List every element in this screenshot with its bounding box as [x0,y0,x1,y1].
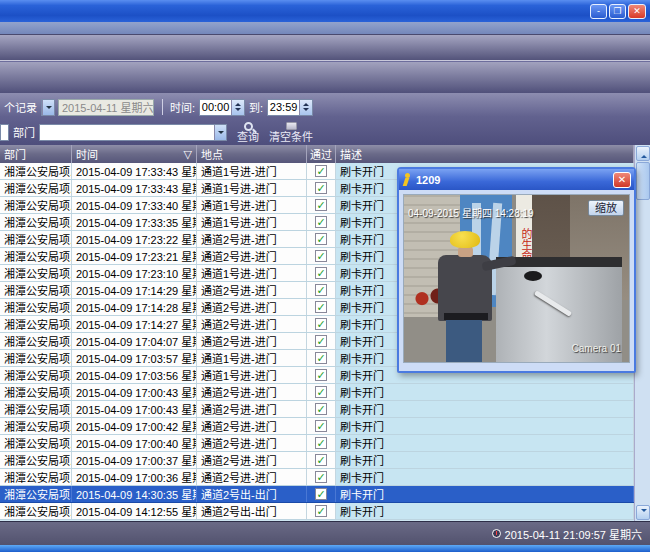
spinner-arrows-icon[interactable] [231,100,244,115]
table-row[interactable]: 湘潭公安局项... 2015-04-09 17:00:37 星期四 通道2号进-… [0,452,634,469]
cell-location: 通道1号进-进门 [197,214,307,230]
pass-checkbox[interactable]: ✓ [307,418,336,434]
pass-checkbox[interactable]: ✓ [307,163,336,179]
table-row[interactable]: 湘潭公安局项... 2015-04-09 17:00:36 星期四 通道2号进-… [0,469,634,486]
cell-location: 通道2号进-进门 [197,316,307,332]
check-icon: ✓ [316,353,325,363]
check-icon: ✓ [316,251,325,261]
cell-time: 2015-04-09 17:33:43 星期四 [72,180,197,196]
table-row[interactable]: 湘潭公安局项... 2015-04-09 17:00:40 星期四 通道2号进-… [0,435,634,452]
spinner-arrows-icon[interactable] [299,100,312,115]
pass-checkbox[interactable]: ✓ [307,265,336,281]
sort-filter-icon[interactable]: ▽ [184,148,192,161]
toolbar-band-2 [0,62,650,93]
minimize-button[interactable]: - [590,4,607,19]
cell-location: 通道1号进-进门 [197,180,307,196]
filter-bar: 个记录 2015-04-11 星期六 时间: 00:00 到: 23:59 部门… [0,93,650,145]
restore-button[interactable]: ❐ [609,4,626,19]
records-label: 个记录 [4,99,37,115]
status-bar: 2015-04-11 21:09:57 星期六 [0,521,650,545]
check-icon: ✓ [316,234,325,244]
cell-dept: 湘潭公安局项... [0,503,72,519]
header-location[interactable]: 地点 [197,145,307,163]
header-department[interactable]: 部门 [0,145,72,163]
pass-checkbox[interactable]: ✓ [307,367,336,383]
cell-location: 通道1号进-进门 [197,367,307,383]
pass-checkbox[interactable]: ✓ [307,197,336,213]
pass-checkbox[interactable]: ✓ [307,299,336,315]
pass-checkbox[interactable]: ✓ [307,469,336,485]
time-from-stepper[interactable]: 00:00 [199,99,245,116]
header-pass[interactable]: 通过 [307,145,336,163]
cell-time: 2015-04-09 17:23:21 星期四 [72,248,197,264]
chevron-down-icon[interactable] [42,100,54,115]
header-description[interactable]: 描述 [336,145,634,163]
pass-checkbox[interactable]: ✓ [307,350,336,366]
scroll-down-icon[interactable] [636,505,650,520]
popup-title-bar[interactable]: 1209 ✕ [399,169,634,190]
pass-checkbox[interactable]: ✓ [307,486,336,502]
cell-location: 通道2号进-进门 [197,384,307,400]
clipped-input[interactable] [0,124,9,141]
camera-popup-window[interactable]: 1209 ✕ 的生命 04-09-2015 星期四 14:28:19 缩放 Ca… [397,167,636,373]
clock-icon [492,529,501,538]
table-row[interactable]: 湘潭公安局项... 2015-04-09 17:00:42 星期四 通道2号进-… [0,418,634,435]
header-time[interactable]: 时间 ▽ [72,145,197,163]
check-icon: ✓ [316,302,325,312]
pass-checkbox[interactable]: ✓ [307,231,336,247]
pass-checkbox[interactable]: ✓ [307,401,336,417]
cell-location: 通道2号进-进门 [197,452,307,468]
time-to-stepper[interactable]: 23:59 [267,99,313,116]
pass-checkbox[interactable]: ✓ [307,384,336,400]
scrollbar-thumb[interactable] [636,162,650,200]
table-row[interactable]: 湘潭公安局项... 2015-04-09 14:30:35 星期四 通道2号出-… [0,486,634,503]
pass-checkbox[interactable]: ✓ [307,248,336,264]
popup-close-button[interactable]: ✕ [613,172,631,188]
eraser-icon [286,122,297,130]
cell-desc: 刷卡开门 [336,418,634,434]
cell-dept: 湘潭公安局项... [0,214,72,230]
cell-time: 2015-04-09 17:33:43 星期四 [72,163,197,179]
time-from-value: 00:00 [200,101,231,113]
cell-time: 2015-04-09 17:03:57 星期四 [72,350,197,366]
table-row[interactable]: 湘潭公安局项... 2015-04-09 17:00:43 星期四 通道2号进-… [0,384,634,401]
pass-checkbox[interactable]: ✓ [307,282,336,298]
cell-desc: 刷卡开门 [336,435,634,451]
cell-time: 2015-04-09 17:00:40 星期四 [72,435,197,451]
department-select[interactable] [39,124,227,141]
pass-checkbox[interactable]: ✓ [307,333,336,349]
chevron-down-icon[interactable] [214,125,226,140]
cell-time: 2015-04-09 17:14:27 星期四 [72,316,197,332]
check-icon: ✓ [316,387,325,397]
table-row[interactable]: 湘潭公安局项... 2015-04-09 17:00:43 星期四 通道2号进-… [0,401,634,418]
check-icon: ✓ [316,217,325,227]
cell-location: 通道2号进-进门 [197,282,307,298]
zoom-button[interactable]: 缩放 [588,200,624,216]
vertical-scrollbar[interactable] [634,145,650,521]
clear-conditions-button[interactable]: 清空条件 [269,122,313,143]
query-button[interactable]: 查询 [237,122,259,143]
pass-checkbox[interactable]: ✓ [307,435,336,451]
table-row[interactable]: 湘潭公安局项... 2015-04-09 14:12:55 星期四 通道2号出-… [0,503,634,520]
video-timestamp-overlay: 04-09-2015 星期四 14:28:19 [408,205,534,220]
records-combo[interactable] [41,99,55,116]
check-icon: ✓ [316,404,325,414]
pass-checkbox[interactable]: ✓ [307,316,336,332]
pass-checkbox[interactable]: ✓ [307,503,336,519]
popup-title: 1209 [416,174,440,186]
cell-dept: 湘潭公安局项... [0,299,72,315]
pass-checkbox[interactable]: ✓ [307,452,336,468]
date-select[interactable]: 2015-04-11 星期六 [58,99,154,116]
cell-time: 2015-04-09 17:14:28 星期四 [72,299,197,315]
scroll-up-icon[interactable] [636,146,650,161]
to-label: 到: [249,99,263,115]
cell-dept: 湘潭公安局项... [0,282,72,298]
pass-checkbox[interactable]: ✓ [307,214,336,230]
close-button[interactable]: ✕ [628,4,646,19]
cell-time: 2015-04-09 17:00:43 星期四 [72,401,197,417]
cell-time: 2015-04-09 17:00:42 星期四 [72,418,197,434]
cell-location: 通道2号进-进门 [197,248,307,264]
cell-location: 通道1号进-进门 [197,350,307,366]
pass-checkbox[interactable]: ✓ [307,180,336,196]
check-icon: ✓ [316,370,325,380]
